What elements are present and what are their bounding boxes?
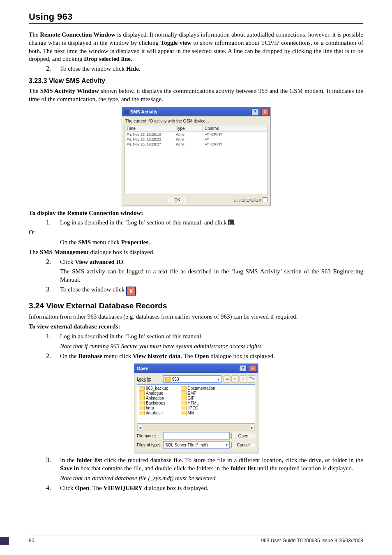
step-number: 2. <box>41 352 51 361</box>
list-item[interactable]: Animation <box>139 396 168 400</box>
term-view-advanced-io: View advanced IO <box>75 259 123 265</box>
cell-time: Fri, Nov 25, 16:28:27 <box>125 142 174 147</box>
toolbar-icons: ◀ ⬆ ✳ ☰▾ <box>223 375 255 383</box>
text: dialogue box is displayed. <box>143 485 208 491</box>
horizontal-scrollbar[interactable] <box>137 425 255 430</box>
log-to-file-toggle[interactable]: Log to smsIO.txt <box>234 197 267 202</box>
step-view-advanced-io: 2. Click View advanced IO. <box>29 258 363 266</box>
folder-label: Mid <box>188 411 194 415</box>
list-item[interactable]: HTML <box>181 401 215 405</box>
folder-label: Backdrops <box>146 401 165 405</box>
table-row[interactable]: Fri, Nov 25, 16:28:27 Write AT+CPIN? <box>125 142 267 147</box>
footer: 90 963 User Guide TC200635 Issue 3 25/03… <box>29 536 363 543</box>
heading-view-external-steps: To view external database records: <box>29 323 363 331</box>
folder-label: HTML <box>188 401 199 405</box>
or-label: Or <box>29 229 363 237</box>
list-item[interactable]: Analogue <box>139 391 168 395</box>
folder-icon <box>181 411 187 415</box>
folder-icon <box>165 377 171 382</box>
list-item[interactable]: Backdrops <box>139 401 168 405</box>
step-click-open: 4. Click Open. The VIEWQUERY dialogue bo… <box>29 484 363 493</box>
filetype-dropdown[interactable]: SQL Server File (*.mdf)▾ <box>163 441 230 449</box>
help-button[interactable]: ? <box>251 109 259 115</box>
close-button[interactable]: × <box>249 365 256 372</box>
modem-icon <box>228 220 234 225</box>
term-viewquery: VIEWQUERY <box>104 485 143 491</box>
screenshot-open-dialog: Open ? × Look in: 963▾ ◀ ⬆ ✳ ☰▾ <box>29 363 363 453</box>
list-item[interactable]: GIF <box>181 396 215 400</box>
list-item[interactable]: EMF <box>181 391 215 395</box>
help-button[interactable]: ? <box>239 365 247 372</box>
folder-icon <box>181 391 187 395</box>
folder-icon <box>181 386 187 391</box>
list-item[interactable]: JPEG <box>181 406 215 410</box>
text: box that contains the file, and double-c… <box>79 465 231 472</box>
list-item[interactable]: 963_backup <box>139 386 168 391</box>
col-comms[interactable]: Comms <box>203 125 267 132</box>
filename-input[interactable] <box>163 432 230 439</box>
up-icon[interactable]: ⬆ <box>231 375 239 383</box>
term-open: Open <box>75 485 89 491</box>
term-properties: Properties <box>121 239 148 245</box>
close-button[interactable]: × <box>261 109 269 115</box>
step-login-2: 1. Log in as described in the ‘Log In’ s… <box>29 333 363 341</box>
note-secure: Note that if running 963 Secure you must… <box>60 342 363 351</box>
list-item[interactable]: Documentation <box>181 386 215 391</box>
window-titlebar[interactable]: SMS Activity ? × <box>122 107 270 116</box>
term-database: Database <box>78 353 102 359</box>
col-time[interactable]: Time <box>125 125 174 132</box>
text: . <box>136 286 138 293</box>
step-number: 3. <box>41 456 51 473</box>
step-number: 3. <box>41 286 51 296</box>
table-row[interactable]: Fri, Nov 25, 16:28:16 Write AT+CPIN? <box>125 132 267 137</box>
text: On the <box>60 353 78 359</box>
sms-logged-note: The SMS activity can be logged to a text… <box>60 268 363 284</box>
back-icon[interactable]: ◀ <box>223 375 231 383</box>
checkbox-icon[interactable] <box>263 197 267 202</box>
lookin-label: Look in: <box>137 377 161 382</box>
folder-label: GIF <box>188 396 195 400</box>
list-item[interactable]: Mid <box>181 411 215 415</box>
log-label: Log to smsIO.txt <box>234 198 261 202</box>
paragraph-external-db: Information from other 963 databases (e.… <box>29 313 363 321</box>
text: . <box>123 259 125 265</box>
open-button[interactable]: Open <box>231 433 255 439</box>
cancel-button[interactable]: Cancel <box>231 442 255 448</box>
lookin-dropdown[interactable]: 963▾ <box>163 375 221 383</box>
view-menu-icon[interactable]: ☰▾ <box>248 375 255 383</box>
window-titlebar[interactable]: Open ? × <box>134 364 258 373</box>
term-toggle-view: Toggle view <box>161 39 192 46</box>
text: . <box>139 65 141 72</box>
col-type[interactable]: Type <box>174 125 203 132</box>
filetype-label: Files of type: <box>137 443 161 447</box>
text: . The <box>89 485 103 491</box>
filetype-value: SQL Server File (*.mdf) <box>165 443 208 447</box>
window-title: Open <box>137 366 148 371</box>
term-save-in: Save in <box>60 465 79 472</box>
text: dialogue box is displayed. <box>89 249 154 255</box>
new-folder-icon[interactable]: ✳ <box>240 375 247 383</box>
text: The <box>29 31 40 38</box>
folder-label: Animation <box>146 396 164 400</box>
ok-button[interactable]: OK <box>168 197 187 203</box>
page-number-band <box>0 537 9 545</box>
term-view-historic-data: View historic data <box>133 353 180 359</box>
sms-management-text: The SMS Management dialogue box is displ… <box>29 248 363 257</box>
table-row[interactable]: Fri, Nov 25, 16:28:22 Write AT <box>125 137 267 142</box>
folder-label: 963_backup <box>146 386 168 391</box>
term-folder-list-2: folder list <box>231 465 256 472</box>
list-item[interactable]: bmp <box>139 406 168 410</box>
folder-label: EMF <box>188 391 196 395</box>
folder-label: JPEG <box>188 406 198 410</box>
cell-time: Fri, Nov 25, 16:28:16 <box>125 132 174 137</box>
step-number: 2. <box>41 65 51 73</box>
term-hide: Hide <box>126 65 139 72</box>
folder-label: Analogue <box>146 391 163 395</box>
file-list[interactable]: 963_backup Analogue Animation Backdrops … <box>137 384 255 424</box>
folder-icon <box>181 406 187 410</box>
text: until the required location is displayed… <box>256 465 353 472</box>
folder-icon <box>139 391 145 395</box>
list-item[interactable]: database <box>139 411 168 415</box>
term-remote-connection-window: Remote Connection Window <box>40 31 115 38</box>
text: Click <box>60 485 75 491</box>
